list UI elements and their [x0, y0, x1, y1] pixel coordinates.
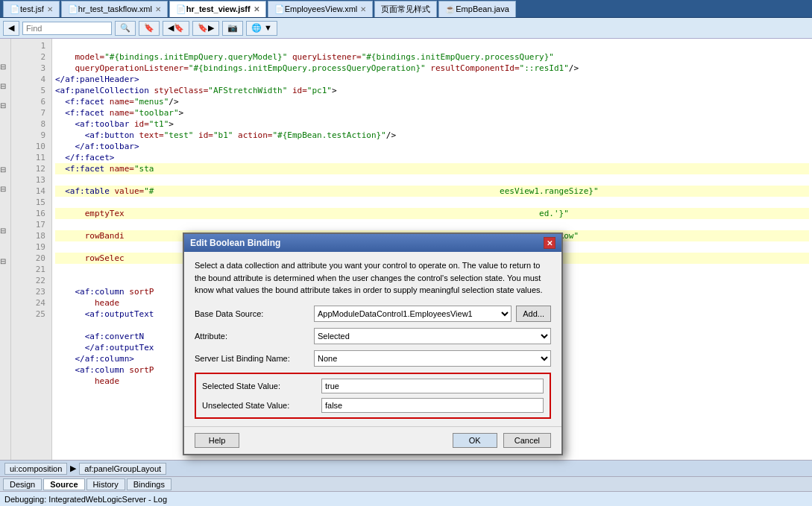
help-button[interactable]: Help: [195, 433, 239, 448]
dialog-title-text: Edit Boolean Binding: [190, 238, 280, 248]
tab-source[interactable]: Source: [43, 478, 84, 490]
tab-design[interactable]: Design: [3, 478, 42, 490]
tab-icon: 📄: [176, 4, 186, 14]
nav-back-button[interactable]: ◀: [3, 21, 19, 36]
cancel-button[interactable]: Cancel: [503, 433, 551, 448]
attribute-row: Attribute: Selected: [195, 328, 551, 344]
state-values-section: Selected State Value: Unselected State V…: [195, 373, 551, 419]
browser-button[interactable]: 🌐 ▼: [246, 21, 277, 36]
ok-button[interactable]: OK: [453, 433, 497, 448]
dialog-close-button[interactable]: ✕: [544, 237, 556, 249]
bottom-tabs: Design Source History Bindings: [0, 476, 812, 491]
server-list-label: Server List Binding Name:: [195, 354, 314, 363]
dialog-body: Select a data collection and attribute y…: [184, 252, 561, 426]
dialog-description: Select a data collection and attribute y…: [195, 259, 551, 297]
tab-close-icon[interactable]: ✕: [254, 5, 259, 13]
breadcrumb-item-panel[interactable]: af:panelGroupLayout: [79, 463, 166, 475]
tab-employees-view[interactable]: 📄 EmployeesView.xml ✕: [268, 1, 374, 17]
tab-page-style[interactable]: 页面常见样式: [374, 1, 437, 17]
tab-icon: 📄: [68, 4, 78, 14]
find-button[interactable]: 🔍: [115, 21, 136, 36]
unselected-state-label: Unselected State Value:: [202, 401, 321, 410]
bookmark-next-button[interactable]: 🔖▶: [192, 21, 219, 36]
toolbar: ◀ 🔍 🔖 ◀🔖 🔖▶ 📷 🌐 ▼: [0, 18, 812, 39]
unselected-state-row: Unselected State Value:: [202, 398, 544, 413]
tab-bindings[interactable]: Bindings: [127, 478, 171, 490]
selected-state-row: Selected State Value:: [202, 379, 544, 393]
dialog-footer: Help OK Cancel: [184, 426, 561, 454]
tab-close-icon[interactable]: ✕: [155, 5, 161, 13]
tab-bar: 📄 test.jsf ✕ 📄 hr_test_taskflow.xml ✕ 📄 …: [0, 0, 812, 18]
tab-close-icon[interactable]: ✕: [47, 5, 53, 13]
selected-state-label: Selected State Value:: [202, 382, 321, 390]
server-list-select[interactable]: None: [314, 350, 551, 367]
add-button[interactable]: Add...: [516, 306, 551, 322]
debug-bar: Debugging: IntegratedWebLogicServer - Lo…: [0, 491, 812, 506]
bookmark-button[interactable]: 🔖: [139, 21, 160, 36]
selected-state-input[interactable]: [321, 379, 544, 393]
tab-icon: 📄: [10, 4, 20, 14]
modal-backdrop: Edit Boolean Binding ✕ Select a data col…: [0, 39, 812, 460]
bookmark-prev-button[interactable]: ◀🔖: [163, 21, 189, 36]
tab-history[interactable]: History: [86, 478, 125, 490]
breadcrumb-bar: ui:composition ▶ af:panelGroupLayout: [0, 460, 812, 476]
base-data-source-select[interactable]: AppModuleDataControl1.EmployeesView1: [314, 306, 512, 322]
tab-close-icon[interactable]: ✕: [360, 5, 366, 13]
unselected-state-input[interactable]: [321, 398, 544, 413]
attribute-label: Attribute:: [195, 332, 314, 341]
server-list-row: Server List Binding Name: None: [195, 350, 551, 367]
base-data-source-label: Base Data Source:: [195, 309, 314, 318]
tab-hr-taskflow[interactable]: 📄 hr_test_taskflow.xml ✕: [61, 1, 168, 17]
tab-icon: 📄: [274, 4, 285, 14]
tab-hr-view[interactable]: 📄 hr_test_view.jsff ✕: [169, 1, 266, 17]
tab-test-jsf[interactable]: 📄 test.jsf ✕: [3, 1, 60, 17]
attribute-select[interactable]: Selected: [314, 328, 551, 344]
dialog-edit-boolean-binding: Edit Boolean Binding ✕ Select a data col…: [183, 233, 563, 455]
breadcrumb-item-composition[interactable]: ui:composition: [4, 463, 67, 475]
debug-label: Debugging: IntegratedWebLogicServer - Lo…: [4, 495, 167, 504]
editor-area: ⊟ ⊟ ⊟ ⊟ ⊟ ⊟ ⊟ 1 2 3 4 5 6 7 8 9 10 11 12…: [0, 39, 812, 460]
tab-icon: ☕: [445, 4, 456, 14]
find-input[interactable]: [22, 22, 112, 35]
dialog-title-bar: Edit Boolean Binding ✕: [184, 234, 561, 252]
screenshot-button[interactable]: 📷: [222, 21, 243, 36]
base-data-source-row: Base Data Source: AppModuleDataControl1.…: [195, 306, 551, 322]
tab-emp-bean[interactable]: ☕ EmpBean.java: [438, 1, 516, 17]
